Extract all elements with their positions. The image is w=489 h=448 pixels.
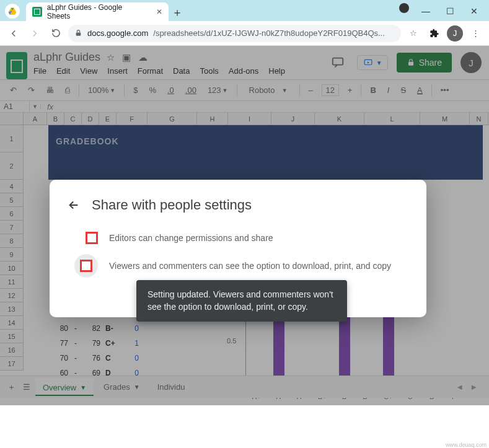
profile-avatar[interactable]: J [447, 25, 463, 42]
window-controls: — ☐ ✕ [421, 6, 489, 21]
setting-viewers-download[interactable]: Viewers and commenters can see the optio… [67, 249, 409, 283]
reload-button[interactable] [47, 25, 64, 42]
watermark: www.deuaq.com [446, 442, 487, 448]
tab-title: aLphr Guides - Google Sheets [47, 3, 146, 20]
forward-button[interactable] [26, 25, 43, 42]
extensions-icon[interactable] [426, 25, 443, 42]
back-button[interactable] [5, 25, 22, 42]
new-tab-button[interactable]: ＋ [169, 4, 186, 21]
back-arrow-icon[interactable] [67, 198, 81, 212]
window-titlebar: aLphr Guides - Google Sheets ✕ ＋ — ☐ ✕ [0, 0, 489, 21]
close-window-icon[interactable]: ✕ [470, 6, 478, 16]
shield-icon[interactable] [399, 3, 409, 13]
address-bar[interactable]: docs.google.com/spreadsheets/d/1xUZ-IJGW… [68, 25, 401, 42]
checkbox-icon[interactable] [86, 232, 98, 244]
setting-label: Viewers and commenters can see the optio… [109, 261, 391, 271]
modal-title: Share with people settings [92, 197, 252, 213]
checkbox-icon[interactable] [80, 260, 92, 272]
bookmark-icon[interactable]: ☆ [405, 25, 422, 42]
lock-icon [74, 29, 82, 37]
url-path: /spreadsheets/d/1xUZ-IJGWJ-n0kZ7th8udope… [153, 29, 385, 38]
sheets-icon [32, 7, 42, 17]
setting-editors-permissions[interactable]: Editors can change permissions and share [67, 227, 409, 249]
url-host: docs.google.com [87, 29, 148, 38]
toast-message: Setting updated. Viewers and commenters … [136, 280, 347, 322]
browser-tab[interactable]: aLphr Guides - Google Sheets ✕ [26, 2, 169, 21]
setting-label: Editors can change permissions and share [109, 233, 273, 243]
svg-rect-3 [76, 32, 81, 35]
close-icon[interactable]: ✕ [156, 7, 162, 16]
maximize-icon[interactable]: ☐ [446, 6, 454, 16]
minimize-icon[interactable]: — [421, 6, 430, 16]
browser-toolbar: docs.google.com/spreadsheets/d/1xUZ-IJGW… [0, 21, 489, 46]
browser-menu-icon[interactable]: ⋮ [467, 25, 484, 42]
drive-icon [5, 4, 20, 19]
